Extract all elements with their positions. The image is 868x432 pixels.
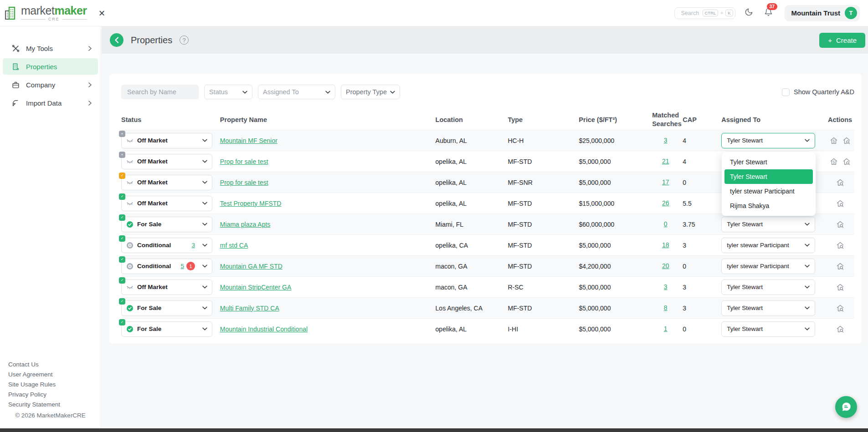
matched-searches-link[interactable]: 1 <box>664 325 668 332</box>
sidebar-footer-links: Contact Us User Agreement Site Usage Rul… <box>8 361 60 408</box>
property-name-link[interactable]: mf std CA <box>220 242 248 249</box>
home-search-icon[interactable] <box>836 220 844 229</box>
sidebar-item-my-tools[interactable]: My Tools <box>3 40 98 56</box>
cap-cell: 0 <box>683 325 721 333</box>
assigned-select[interactable]: tyler stewar Participant <box>721 238 815 253</box>
dark-mode-toggle[interactable] <box>745 8 753 18</box>
price-cell: $15,000,000 <box>579 200 652 207</box>
property-name-link[interactable]: Mountain MF Senior <box>220 137 277 144</box>
matched-searches-link[interactable]: 3 <box>664 283 668 290</box>
location-cell: macon, GA <box>436 263 508 270</box>
sidebar-item-company[interactable]: Company <box>3 76 98 93</box>
matched-searches-link[interactable]: 18 <box>662 241 669 249</box>
assigned-select[interactable]: tyler stewar Participant <box>721 259 815 274</box>
home-search-icon[interactable] <box>836 304 844 312</box>
home-dollar-icon[interactable]: $ <box>830 137 838 145</box>
sidebar-item-properties[interactable]: Properties <box>3 58 98 75</box>
security-statement-link[interactable]: Security Statement <box>8 401 60 408</box>
dropdown-option[interactable]: Rijma Shakya <box>724 198 813 213</box>
assigned-value: tyler stewar Participant <box>727 242 789 249</box>
home-search-icon[interactable] <box>836 262 844 270</box>
home-search-icon[interactable] <box>836 241 844 249</box>
home-search-icon[interactable] <box>836 199 844 208</box>
home-search-icon[interactable] <box>836 325 844 333</box>
assigned-select[interactable]: Tyler Stewart <box>721 321 815 337</box>
user-agreement-link[interactable]: User Agreement <box>8 371 60 378</box>
type-cell: MF-STD <box>508 242 579 249</box>
status-select[interactable]: ✓ Conditional 5 1 <box>121 259 212 274</box>
create-button[interactable]: + Create <box>819 33 865 48</box>
status-corner-badge: ✓ <box>119 193 125 200</box>
status-filter-select[interactable]: Status <box>204 85 252 99</box>
home-search-icon[interactable] <box>836 178 844 187</box>
matched-searches-link[interactable]: 20 <box>662 262 669 269</box>
header-type: Type <box>508 116 579 123</box>
status-select[interactable]: ✓ Off Market <box>121 175 212 190</box>
property-name-link[interactable]: Test Property MFSTD <box>220 200 282 207</box>
status-select[interactable]: ✓ Off Market <box>121 280 212 295</box>
account-menu[interactable]: Mountain Trust T <box>785 5 860 21</box>
matched-searches-link[interactable]: 3 <box>664 137 668 144</box>
status-icon-slot <box>126 242 134 249</box>
status-select[interactable]: ✓ Conditional 3 <box>121 238 212 253</box>
property-name-link[interactable]: Multi Family STD CA <box>220 305 279 312</box>
sidebar-close-button[interactable]: × <box>99 8 105 19</box>
matched-searches-link[interactable]: 21 <box>662 158 669 165</box>
property-name-link[interactable]: Mountain Industrial Conditional <box>220 325 308 333</box>
property-name-link[interactable]: Mountain GA MF STD <box>220 263 282 270</box>
status-select[interactable]: × Off Market <box>121 133 212 148</box>
status-select[interactable]: × Off Market <box>121 154 212 169</box>
show-quarterly-checkbox[interactable] <box>782 88 790 96</box>
home-search-icon[interactable] <box>842 137 851 145</box>
global-search[interactable]: CTRL + K <box>674 7 735 19</box>
status-select[interactable]: ✓ Off Market <box>121 196 212 211</box>
property-name-link[interactable]: Prop for sale test <box>220 179 268 186</box>
status-icon-slot <box>126 200 134 207</box>
chat-button[interactable] <box>835 396 857 418</box>
property-type-filter-select[interactable]: Property Type <box>341 85 400 99</box>
horizontal-scrollbar[interactable] <box>0 428 868 432</box>
assigned-to-filter-select[interactable]: Assigned To <box>258 85 335 99</box>
assigned-select[interactable]: Tyler Stewart <box>721 300 815 316</box>
assigned-value: Tyler Stewart <box>727 325 763 332</box>
search-by-name-input[interactable] <box>121 85 199 99</box>
matched-searches-link[interactable]: 0 <box>664 220 668 228</box>
home-dollar-icon[interactable]: $ <box>830 158 838 166</box>
logo-wordmark: marketmaker <box>21 5 87 16</box>
check-circle-icon <box>126 325 134 333</box>
assigned-select[interactable]: Tyler Stewart <box>721 280 815 295</box>
header-property-name: Property Name <box>220 116 436 123</box>
plus-icon: + <box>828 36 832 44</box>
chevron-down-icon <box>805 285 810 289</box>
kbd-plus: + <box>720 10 723 15</box>
matched-searches-link[interactable]: 17 <box>662 178 669 186</box>
property-name-link[interactable]: Mountain StripCenter GA <box>220 284 291 291</box>
dropdown-option[interactable]: Tyler Stewart <box>724 169 813 184</box>
help-icon[interactable]: ? <box>180 36 189 45</box>
matched-searches-link[interactable]: 26 <box>662 199 669 207</box>
status-corner-badge: ✓ <box>119 235 125 242</box>
status-count-link[interactable]: 5 <box>180 263 184 269</box>
sidebar-item-import-data[interactable]: Import Data <box>3 95 98 111</box>
global-search-input[interactable] <box>681 10 700 16</box>
status-select[interactable]: ✓ For Sale <box>121 300 212 316</box>
property-name-link[interactable]: Prop for sale test <box>220 158 268 165</box>
notifications-button[interactable]: 37 <box>764 8 773 18</box>
home-search-icon[interactable] <box>836 283 844 291</box>
site-usage-rules-link[interactable]: Site Usage Rules <box>8 381 60 388</box>
show-quarterly-label: Show Quarterly A&D <box>794 88 854 96</box>
location-cell: opelika, AL <box>436 200 508 207</box>
assigned-select[interactable]: Tyler Stewart <box>721 133 815 148</box>
contact-us-link[interactable]: Contact Us <box>8 361 60 368</box>
status-count-link[interactable]: 3 <box>191 242 195 249</box>
privacy-policy-link[interactable]: Privacy Policy <box>8 391 60 398</box>
dropdown-option[interactable]: Tyler Stewart <box>724 155 813 169</box>
assigned-select[interactable]: Tyler Stewart <box>721 217 815 232</box>
status-select[interactable]: ✓ For Sale <box>121 321 212 337</box>
back-button[interactable] <box>110 33 123 47</box>
property-name-link[interactable]: Miama plaza Apts <box>220 221 271 228</box>
status-select[interactable]: ✓ For Sale <box>121 217 212 232</box>
matched-searches-link[interactable]: 8 <box>664 304 668 311</box>
dropdown-option[interactable]: tyler stewar Participant <box>724 184 813 198</box>
home-search-icon[interactable] <box>842 158 851 166</box>
